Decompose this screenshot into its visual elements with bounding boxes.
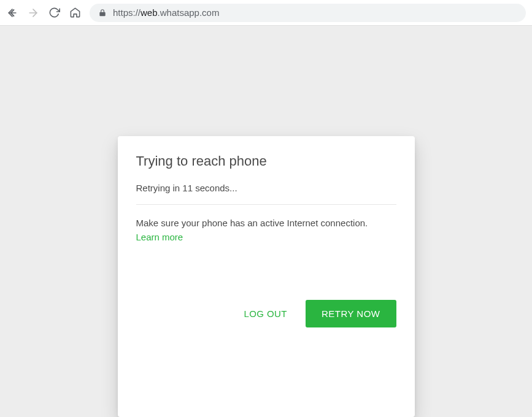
page-body: Trying to reach phone Retrying in 11 sec…	[0, 26, 532, 417]
message-text: Make sure your phone has an active Inter…	[136, 218, 368, 228]
retry-status: Retrying in 11 seconds...	[136, 183, 396, 205]
forward-button-icon	[27, 7, 39, 19]
address-bar[interactable]: https://web.whatsapp.com	[90, 4, 526, 22]
logout-button[interactable]: LOG OUT	[244, 308, 287, 319]
modal-title: Trying to reach phone	[136, 153, 396, 169]
learn-more-link[interactable]: Learn more	[136, 232, 183, 242]
retry-now-button[interactable]: RETRY NOW	[306, 300, 396, 327]
back-button-icon[interactable]	[6, 7, 18, 19]
home-icon[interactable]	[69, 7, 81, 19]
url-text: https://web.whatsapp.com	[113, 7, 219, 18]
browser-toolbar: https://web.whatsapp.com	[0, 0, 532, 26]
reload-icon[interactable]	[48, 7, 60, 19]
modal-actions: LOG OUT RETRY NOW	[136, 300, 396, 327]
connection-modal: Trying to reach phone Retrying in 11 sec…	[118, 136, 415, 417]
modal-message: Make sure your phone has an active Inter…	[136, 216, 369, 245]
lock-icon	[98, 9, 107, 17]
